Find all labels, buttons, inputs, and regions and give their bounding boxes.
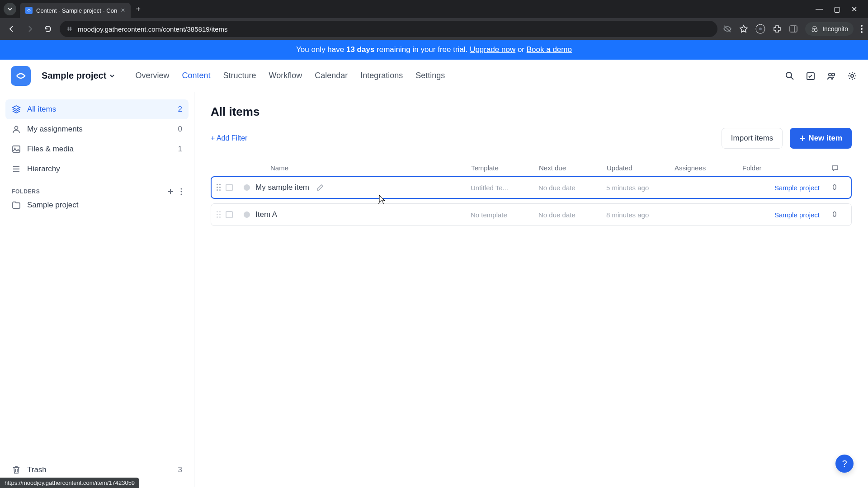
sidepanel-icon[interactable] [789, 24, 798, 33]
browser-tab[interactable]: Content - Sample project - Con × [20, 3, 131, 18]
add-folder-button[interactable] [167, 188, 174, 195]
search-icon[interactable] [785, 71, 795, 81]
plus-icon [799, 135, 806, 141]
reload-button[interactable] [42, 23, 54, 35]
add-filter-button[interactable]: + Add Filter [211, 134, 247, 142]
eye-off-icon[interactable] [723, 24, 732, 33]
new-item-label: New item [808, 134, 842, 143]
sidebar-item-label: All items [27, 105, 56, 114]
chevron-down-icon [109, 73, 115, 79]
table-row[interactable]: Item A No template No due date 8 minutes… [211, 203, 852, 226]
tab-strip: Content - Sample project - Con × + — ▢ ✕ [0, 0, 868, 18]
svg-rect-2 [790, 26, 797, 32]
new-tab-button[interactable]: + [136, 5, 141, 14]
favicon-icon [25, 7, 33, 14]
forward-button[interactable] [24, 23, 36, 35]
tab-structure[interactable]: Structure [223, 71, 256, 80]
close-icon[interactable]: × [121, 6, 125, 14]
header-actions [785, 71, 857, 81]
col-updated[interactable]: Updated [607, 164, 675, 172]
maximize-button[interactable]: ▢ [834, 5, 840, 14]
tab-integrations[interactable]: Integrations [360, 71, 403, 80]
import-items-button[interactable]: Import items [722, 128, 783, 149]
col-comments[interactable] [824, 164, 846, 172]
folders-label: FOLDERS [12, 188, 40, 195]
col-name[interactable]: Name [243, 164, 471, 172]
sidebar-item-count: 2 [178, 105, 182, 114]
folder-icon [12, 201, 21, 210]
cell-updated: 8 minutes ago [606, 211, 674, 219]
app-body: All items 2 My assignments 0 Files & med… [0, 92, 868, 487]
svg-point-14 [851, 75, 854, 77]
table-header: Name Template Next due Updated Assignees… [211, 160, 852, 176]
address-bar[interactable]: moodjoy.gathercontent.com/content/385819… [60, 21, 717, 37]
col-next-due[interactable]: Next due [539, 164, 607, 172]
tab-settings[interactable]: Settings [415, 71, 445, 80]
item-name: Item A [255, 210, 277, 219]
sidebar-folder-item[interactable]: Sample project [5, 195, 189, 215]
table-row[interactable]: My sample item Untitled Te... No due dat… [211, 176, 852, 199]
project-name: Sample project [42, 70, 106, 81]
svg-point-13 [832, 73, 835, 76]
new-item-button[interactable]: New item [790, 128, 852, 149]
people-icon[interactable] [826, 71, 836, 81]
cell-next-due: No due date [538, 211, 606, 219]
tab-list-button[interactable] [4, 3, 16, 15]
cell-folder[interactable]: Sample project [742, 184, 823, 192]
cell-updated: 5 minutes ago [606, 184, 674, 192]
drag-handle-icon[interactable] [217, 184, 221, 191]
tab-content[interactable]: Content [182, 71, 210, 80]
col-folder[interactable]: Folder [742, 164, 824, 172]
app-logo[interactable] [11, 66, 31, 86]
help-button[interactable]: ? [835, 455, 854, 473]
row-checkbox[interactable] [226, 184, 233, 191]
link-preview: https://moodjoy.gathercontent.com/item/1… [0, 478, 139, 488]
drag-handle-icon[interactable] [217, 211, 221, 218]
trial-days: 13 days [346, 45, 374, 54]
status-dot-icon [244, 211, 250, 218]
col-template[interactable]: Template [471, 164, 539, 172]
gear-icon[interactable] [847, 71, 857, 81]
incognito-badge[interactable]: Incognito [805, 22, 854, 36]
extensions-icon[interactable] [773, 24, 782, 33]
image-icon [12, 145, 21, 154]
tab-overview[interactable]: Overview [135, 71, 169, 80]
bookmark-icon[interactable] [739, 24, 748, 33]
chevron-down-icon [7, 6, 13, 12]
upgrade-link[interactable]: Upgrade now [470, 45, 515, 54]
svg-rect-16 [13, 146, 20, 152]
toolbar-actions: Incognito [723, 22, 863, 36]
project-selector[interactable]: Sample project [42, 70, 115, 81]
cell-folder[interactable]: Sample project [742, 211, 823, 219]
trash-icon [12, 465, 21, 474]
page-title: All items [211, 105, 852, 119]
col-assignees[interactable]: Assignees [675, 164, 742, 172]
profile-icon[interactable] [755, 24, 765, 34]
svg-point-7 [861, 28, 863, 30]
sidebar-item-trash[interactable]: Trash 3 [5, 460, 189, 480]
calendar-check-icon[interactable] [806, 71, 816, 81]
svg-point-12 [829, 73, 831, 76]
sidebar-item-hierarchy[interactable]: Hierarchy [5, 159, 189, 179]
browser-chrome: Content - Sample project - Con × + — ▢ ✕… [0, 0, 868, 40]
trial-banner: You only have 13 days remaining in your … [0, 40, 868, 60]
folder-menu-button[interactable] [180, 188, 182, 195]
sidebar-item-all-items[interactable]: All items 2 [5, 99, 189, 119]
tab-calendar[interactable]: Calendar [315, 71, 348, 80]
minimize-button[interactable]: — [816, 5, 823, 14]
list-icon [12, 164, 21, 174]
back-button[interactable] [5, 23, 18, 35]
svg-point-15 [15, 127, 18, 130]
close-window-button[interactable]: ✕ [851, 5, 857, 14]
sidebar-item-files-media[interactable]: Files & media 1 [5, 139, 189, 159]
help-label: ? [842, 459, 847, 469]
kebab-menu-icon[interactable] [861, 25, 863, 33]
sidebar-item-my-assignments[interactable]: My assignments 0 [5, 119, 189, 139]
tab-workflow[interactable]: Workflow [269, 71, 302, 80]
row-checkbox[interactable] [226, 211, 233, 218]
site-settings-icon[interactable] [66, 25, 73, 33]
tab-title: Content - Sample project - Con [36, 7, 117, 14]
svg-point-8 [861, 31, 863, 33]
edit-icon[interactable] [316, 184, 324, 191]
demo-link[interactable]: Book a demo [527, 45, 572, 54]
